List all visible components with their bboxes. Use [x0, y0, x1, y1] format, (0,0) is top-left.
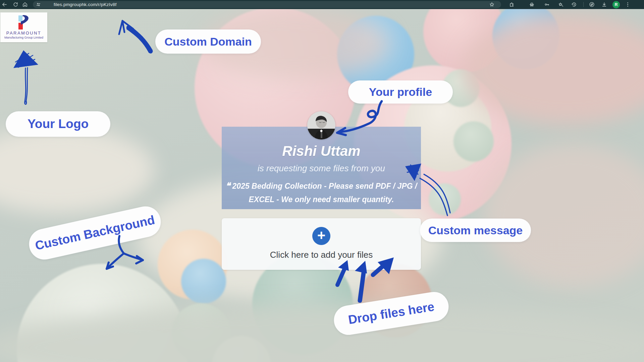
drop-files-arrows	[331, 254, 402, 303]
extensions-icon[interactable]	[508, 1, 515, 8]
file-request-page: PARAMOUNT Manufacturing Group Limited Ri…	[0, 9, 644, 362]
logo-subtitle: Manufacturing Group Limited	[4, 36, 43, 39]
history-icon[interactable]	[571, 1, 577, 8]
url-bar[interactable]: files.pmgrouphk.com/r/pKzIv8f	[33, 1, 501, 8]
key-icon[interactable]	[544, 1, 550, 8]
leaf-icon[interactable]	[589, 1, 595, 8]
request-subtitle: is requesting some files from you	[222, 163, 421, 174]
bookmark-star-icon[interactable]	[489, 1, 495, 8]
url-text: files.pmgrouphk.com/r/pKzIv8f	[54, 2, 116, 7]
annotation-custom-message: Custom message	[420, 219, 531, 242]
file-request-card: Rishi Uttam is requesting some files fro…	[222, 127, 421, 209]
custom-background-arrow	[99, 235, 148, 275]
paramount-logo-mark	[18, 15, 30, 30]
annotation-your-logo: Your Logo	[6, 111, 110, 137]
reload-icon[interactable]	[12, 1, 19, 8]
logo-title: PARAMOUNT	[6, 31, 42, 36]
sparkle-star-icon[interactable]	[557, 1, 564, 8]
back-icon[interactable]	[1, 1, 8, 8]
download-icon[interactable]	[601, 1, 607, 8]
your-profile-arrow	[330, 99, 387, 139]
screen: files.pmgrouphk.com/r/pKzIv8f R	[0, 0, 644, 362]
requester-name: Rishi Uttam	[222, 143, 421, 159]
message-line-1: 2025 Bedding Collection - Please send PD…	[232, 182, 417, 190]
quote-icon: ❝	[226, 181, 230, 191]
incognito-icon[interactable]	[529, 1, 535, 8]
your-logo-arrow	[13, 49, 41, 106]
message-line-2: EXCEL - We only need smaller quantity.	[249, 195, 394, 204]
custom-message-arrow	[400, 160, 452, 219]
menu-kebab-icon[interactable]	[625, 1, 631, 8]
site-info-icon[interactable]	[35, 1, 42, 8]
bg-sphere-sage-2	[453, 121, 494, 162]
home-icon[interactable]	[22, 1, 28, 8]
company-logo: PARAMOUNT Manufacturing Group Limited	[0, 12, 47, 42]
browser-toolbar: files.pmgrouphk.com/r/pKzIv8f R	[0, 0, 644, 9]
bg-sphere-blue-left	[181, 259, 226, 304]
bg-cloud-left	[0, 126, 154, 214]
add-files-plus-button[interactable]: +	[312, 227, 330, 245]
toolbar-separator	[583, 2, 584, 7]
browser-profile-avatar[interactable]: R	[612, 1, 620, 8]
custom-message-text: ❝2025 Bedding Collection - Please send P…	[222, 179, 421, 206]
annotation-custom-domain: Custom Domain	[155, 29, 261, 54]
custom-domain-arrow	[116, 17, 154, 54]
